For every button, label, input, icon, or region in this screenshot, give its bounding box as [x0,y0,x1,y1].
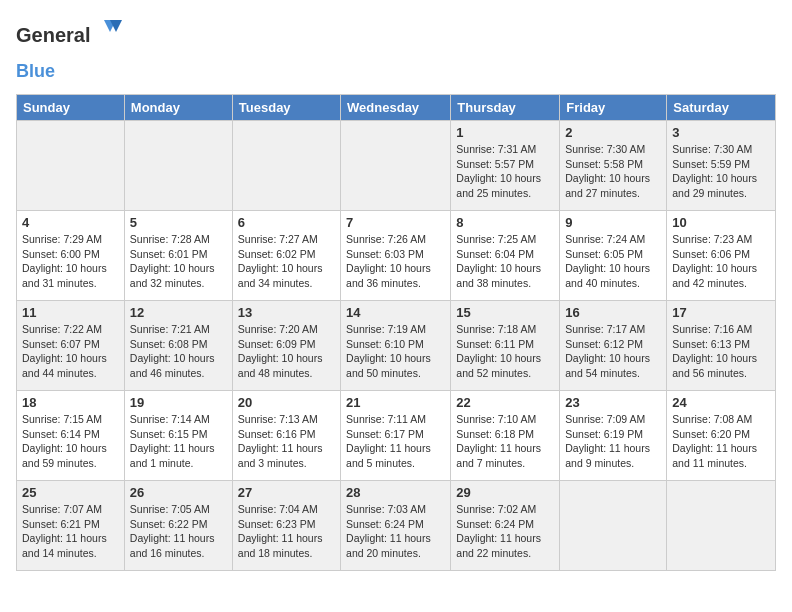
calendar-cell: 29Sunrise: 7:02 AM Sunset: 6:24 PM Dayli… [451,481,560,571]
day-info: Sunrise: 7:22 AM Sunset: 6:07 PM Dayligh… [22,322,119,381]
day-number: 5 [130,215,227,230]
day-info: Sunrise: 7:02 AM Sunset: 6:24 PM Dayligh… [456,502,554,561]
day-info: Sunrise: 7:08 AM Sunset: 6:20 PM Dayligh… [672,412,770,471]
calendar-cell [341,121,451,211]
day-info: Sunrise: 7:14 AM Sunset: 6:15 PM Dayligh… [130,412,227,471]
day-number: 24 [672,395,770,410]
calendar-cell: 10Sunrise: 7:23 AM Sunset: 6:06 PM Dayli… [667,211,776,301]
header: General Blue [16,16,776,86]
calendar-cell: 2Sunrise: 7:30 AM Sunset: 5:58 PM Daylig… [560,121,667,211]
column-header-sunday: Sunday [17,95,125,121]
calendar-cell: 16Sunrise: 7:17 AM Sunset: 6:12 PM Dayli… [560,301,667,391]
logo: General Blue [16,16,126,86]
day-number: 29 [456,485,554,500]
day-info: Sunrise: 7:29 AM Sunset: 6:00 PM Dayligh… [22,232,119,291]
calendar-cell: 17Sunrise: 7:16 AM Sunset: 6:13 PM Dayli… [667,301,776,391]
column-header-thursday: Thursday [451,95,560,121]
day-info: Sunrise: 7:15 AM Sunset: 6:14 PM Dayligh… [22,412,119,471]
calendar-cell: 21Sunrise: 7:11 AM Sunset: 6:17 PM Dayli… [341,391,451,481]
day-number: 23 [565,395,661,410]
calendar-week-row: 4Sunrise: 7:29 AM Sunset: 6:00 PM Daylig… [17,211,776,301]
day-info: Sunrise: 7:19 AM Sunset: 6:10 PM Dayligh… [346,322,445,381]
day-number: 20 [238,395,335,410]
day-number: 7 [346,215,445,230]
day-number: 3 [672,125,770,140]
calendar-cell: 15Sunrise: 7:18 AM Sunset: 6:11 PM Dayli… [451,301,560,391]
calendar-cell: 3Sunrise: 7:30 AM Sunset: 5:59 PM Daylig… [667,121,776,211]
day-number: 25 [22,485,119,500]
svg-text:General: General [16,24,90,46]
day-info: Sunrise: 7:21 AM Sunset: 6:08 PM Dayligh… [130,322,227,381]
day-info: Sunrise: 7:17 AM Sunset: 6:12 PM Dayligh… [565,322,661,381]
calendar-cell: 6Sunrise: 7:27 AM Sunset: 6:02 PM Daylig… [232,211,340,301]
calendar-week-row: 1Sunrise: 7:31 AM Sunset: 5:57 PM Daylig… [17,121,776,211]
day-number: 22 [456,395,554,410]
day-info: Sunrise: 7:31 AM Sunset: 5:57 PM Dayligh… [456,142,554,201]
day-number: 12 [130,305,227,320]
day-number: 18 [22,395,119,410]
calendar-cell [667,481,776,571]
day-info: Sunrise: 7:27 AM Sunset: 6:02 PM Dayligh… [238,232,335,291]
day-info: Sunrise: 7:13 AM Sunset: 6:16 PM Dayligh… [238,412,335,471]
calendar-cell: 23Sunrise: 7:09 AM Sunset: 6:19 PM Dayli… [560,391,667,481]
calendar-cell: 5Sunrise: 7:28 AM Sunset: 6:01 PM Daylig… [124,211,232,301]
day-info: Sunrise: 7:18 AM Sunset: 6:11 PM Dayligh… [456,322,554,381]
day-info: Sunrise: 7:16 AM Sunset: 6:13 PM Dayligh… [672,322,770,381]
column-header-saturday: Saturday [667,95,776,121]
calendar-cell: 11Sunrise: 7:22 AM Sunset: 6:07 PM Dayli… [17,301,125,391]
day-info: Sunrise: 7:30 AM Sunset: 5:58 PM Dayligh… [565,142,661,201]
day-info: Sunrise: 7:25 AM Sunset: 6:04 PM Dayligh… [456,232,554,291]
day-number: 2 [565,125,661,140]
day-number: 13 [238,305,335,320]
calendar-cell: 13Sunrise: 7:20 AM Sunset: 6:09 PM Dayli… [232,301,340,391]
day-number: 21 [346,395,445,410]
calendar-cell: 27Sunrise: 7:04 AM Sunset: 6:23 PM Dayli… [232,481,340,571]
column-header-tuesday: Tuesday [232,95,340,121]
calendar-cell: 1Sunrise: 7:31 AM Sunset: 5:57 PM Daylig… [451,121,560,211]
page-container: General Blue SundayMondayTuesdayWednesda… [0,0,792,579]
calendar-week-row: 11Sunrise: 7:22 AM Sunset: 6:07 PM Dayli… [17,301,776,391]
day-info: Sunrise: 7:07 AM Sunset: 6:21 PM Dayligh… [22,502,119,561]
logo-text: General [16,16,126,60]
calendar-cell: 12Sunrise: 7:21 AM Sunset: 6:08 PM Dayli… [124,301,232,391]
calendar-cell: 4Sunrise: 7:29 AM Sunset: 6:00 PM Daylig… [17,211,125,301]
calendar-cell [232,121,340,211]
day-number: 27 [238,485,335,500]
calendar-cell: 22Sunrise: 7:10 AM Sunset: 6:18 PM Dayli… [451,391,560,481]
day-number: 10 [672,215,770,230]
day-number: 16 [565,305,661,320]
day-number: 6 [238,215,335,230]
day-info: Sunrise: 7:28 AM Sunset: 6:01 PM Dayligh… [130,232,227,291]
calendar-cell: 18Sunrise: 7:15 AM Sunset: 6:14 PM Dayli… [17,391,125,481]
calendar-cell: 19Sunrise: 7:14 AM Sunset: 6:15 PM Dayli… [124,391,232,481]
day-info: Sunrise: 7:05 AM Sunset: 6:22 PM Dayligh… [130,502,227,561]
svg-text:Blue: Blue [16,61,55,81]
day-number: 1 [456,125,554,140]
calendar-cell [124,121,232,211]
day-number: 28 [346,485,445,500]
day-number: 11 [22,305,119,320]
calendar-header-row: SundayMondayTuesdayWednesdayThursdayFrid… [17,95,776,121]
calendar-cell [560,481,667,571]
day-number: 19 [130,395,227,410]
column-header-monday: Monday [124,95,232,121]
logo-blue-text: Blue [16,60,76,86]
day-number: 9 [565,215,661,230]
calendar-cell: 28Sunrise: 7:03 AM Sunset: 6:24 PM Dayli… [341,481,451,571]
day-info: Sunrise: 7:24 AM Sunset: 6:05 PM Dayligh… [565,232,661,291]
column-header-wednesday: Wednesday [341,95,451,121]
day-info: Sunrise: 7:03 AM Sunset: 6:24 PM Dayligh… [346,502,445,561]
day-info: Sunrise: 7:04 AM Sunset: 6:23 PM Dayligh… [238,502,335,561]
day-number: 8 [456,215,554,230]
day-info: Sunrise: 7:30 AM Sunset: 5:59 PM Dayligh… [672,142,770,201]
calendar-cell [17,121,125,211]
day-number: 17 [672,305,770,320]
day-info: Sunrise: 7:09 AM Sunset: 6:19 PM Dayligh… [565,412,661,471]
day-info: Sunrise: 7:11 AM Sunset: 6:17 PM Dayligh… [346,412,445,471]
calendar-week-row: 25Sunrise: 7:07 AM Sunset: 6:21 PM Dayli… [17,481,776,571]
calendar-cell: 26Sunrise: 7:05 AM Sunset: 6:22 PM Dayli… [124,481,232,571]
day-number: 26 [130,485,227,500]
day-info: Sunrise: 7:20 AM Sunset: 6:09 PM Dayligh… [238,322,335,381]
day-info: Sunrise: 7:23 AM Sunset: 6:06 PM Dayligh… [672,232,770,291]
calendar-cell: 9Sunrise: 7:24 AM Sunset: 6:05 PM Daylig… [560,211,667,301]
